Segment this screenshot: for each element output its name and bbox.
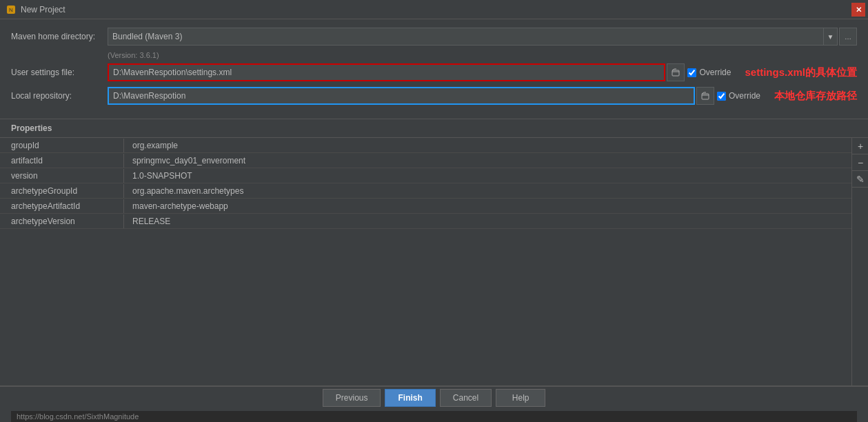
- properties-section: Properties groupId org.example artifactI…: [0, 119, 868, 386]
- prop-key: groupId: [0, 139, 124, 152]
- prop-key: archetypeVersion: [0, 214, 124, 228]
- cancel-button[interactable]: Cancel: [440, 389, 492, 407]
- prop-value: maven-archetype-webapp: [124, 199, 851, 213]
- svg-rect-3: [702, 94, 709, 99]
- dialog-content: Maven home directory: ▼ … (Version: 3.6.…: [0, 19, 868, 422]
- user-settings-override-group: Override: [687, 68, 731, 77]
- maven-home-row: Maven home directory: ▼ …: [11, 28, 857, 46]
- remove-property-button[interactable]: −: [852, 154, 868, 171]
- prop-value: org.apache.maven.archetypes: [124, 184, 851, 198]
- local-repo-row: Local repository: Override 本地仓库存放路径: [11, 87, 857, 105]
- properties-table: groupId org.example artifactId springmvc…: [0, 137, 868, 386]
- status-url: https://blog.csdn.net/SixthMagnitude: [11, 411, 857, 422]
- maven-home-input-group: ▼ …: [108, 28, 857, 46]
- svg-rect-2: [672, 70, 679, 76]
- user-settings-browse-button[interactable]: [667, 63, 685, 81]
- window-controls: ✕: [851, 3, 865, 17]
- local-repo-annotation: 本地仓库存放路径: [774, 90, 857, 103]
- user-settings-override-checkbox[interactable]: [687, 68, 696, 77]
- previous-button[interactable]: Previous: [323, 389, 381, 407]
- local-repo-override-label: Override: [729, 91, 760, 101]
- maven-home-input[interactable]: [108, 28, 824, 46]
- prop-key: archetypeArtifactId: [0, 199, 124, 213]
- svg-text:N: N: [9, 7, 13, 13]
- bottom-buttons: Previous Finish Cancel Help: [323, 389, 545, 407]
- title-bar: N New Project ✕: [0, 0, 868, 19]
- properties-header: Properties: [0, 119, 868, 137]
- prop-key: archetypeGroupId: [0, 184, 124, 198]
- user-settings-override-label: Override: [699, 68, 731, 77]
- dialog-title: New Project: [21, 5, 862, 14]
- table-row: version 1.0-SNAPSHOT: [0, 168, 851, 183]
- bottom-bar: Previous Finish Cancel Help https://blog…: [0, 386, 868, 422]
- prop-value: RELEASE: [124, 214, 851, 228]
- table-row: groupId org.example: [0, 138, 851, 153]
- user-settings-input[interactable]: [108, 63, 665, 81]
- form-area: Maven home directory: ▼ … (Version: 3.6.…: [0, 19, 868, 119]
- help-button[interactable]: Help: [496, 389, 545, 407]
- local-repo-override-group: Override: [717, 91, 760, 101]
- local-repo-input[interactable]: [108, 87, 695, 105]
- local-repo-override-checkbox[interactable]: [717, 92, 726, 101]
- user-settings-label: User settings file:: [11, 68, 108, 77]
- finish-button[interactable]: Finish: [385, 389, 435, 407]
- user-settings-row: User settings file: Override settings.xm…: [11, 63, 857, 81]
- local-repo-label: Local repository:: [11, 91, 108, 101]
- local-repo-input-group: Override: [108, 87, 760, 105]
- version-text: (Version: 3.6.1): [108, 51, 857, 59]
- properties-actions: + − ✎: [851, 138, 868, 385]
- table-row: archetypeGroupId org.apache.maven.archet…: [0, 183, 851, 199]
- user-settings-input-group: Override: [108, 63, 731, 81]
- close-button[interactable]: ✕: [851, 3, 865, 17]
- table-row: archetypeArtifactId maven-archetype-weba…: [0, 199, 851, 214]
- table-row: archetypeVersion RELEASE: [0, 214, 851, 229]
- prop-key: artifactId: [0, 154, 124, 168]
- prop-value: 1.0-SNAPSHOT: [124, 169, 851, 183]
- prop-value: org.example: [124, 139, 851, 152]
- edit-property-button[interactable]: ✎: [852, 171, 868, 188]
- properties-list: groupId org.example artifactId springmvc…: [0, 138, 851, 385]
- prop-value: springmvc_day01_enveroment: [124, 154, 851, 168]
- table-row: artifactId springmvc_day01_enveroment: [0, 153, 851, 168]
- maven-home-dropdown-arrow[interactable]: ▼: [824, 28, 838, 46]
- prop-key: version: [0, 169, 124, 183]
- maven-home-label: Maven home directory:: [11, 32, 108, 41]
- maven-home-browse-button[interactable]: …: [839, 28, 857, 46]
- add-property-button[interactable]: +: [852, 138, 868, 154]
- user-settings-annotation: settings.xml的具体位置: [745, 66, 857, 79]
- local-repo-browse-button[interactable]: [696, 87, 714, 105]
- app-icon: N: [6, 4, 17, 15]
